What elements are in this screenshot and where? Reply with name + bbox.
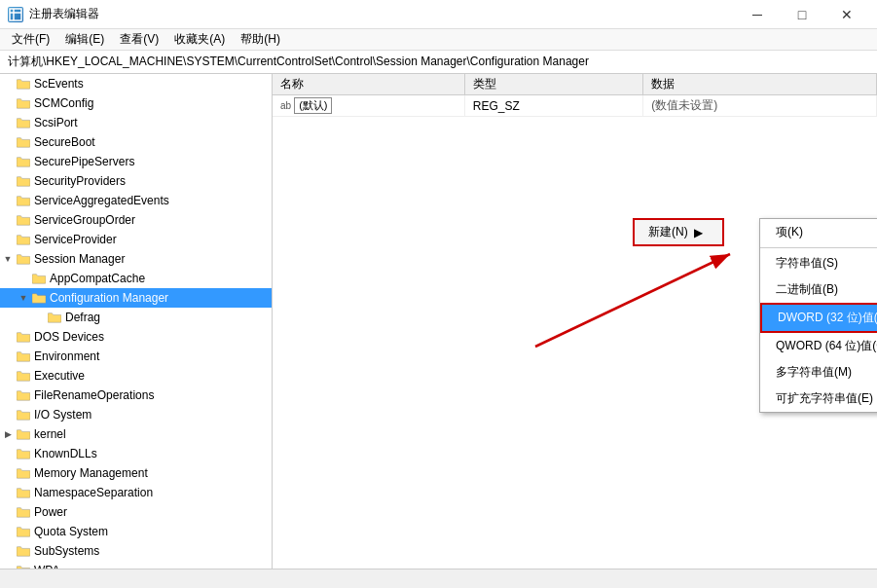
tree-item[interactable]: DOS Devices <box>0 327 272 347</box>
tree-item[interactable]: SecureBoot <box>0 132 272 152</box>
tree-item[interactable]: Quota System <box>0 522 272 541</box>
col-type: 类型 <box>464 74 642 95</box>
tree-expander-icon <box>0 407 16 423</box>
folder-icon <box>16 349 31 364</box>
close-button[interactable]: ✕ <box>824 0 869 29</box>
folder-icon <box>16 154 31 169</box>
menu-item-f[interactable]: 文件(F) <box>4 29 57 50</box>
tree-expander-icon <box>0 563 16 569</box>
folder-icon <box>16 446 31 461</box>
tree-item-label: DOS Devices <box>34 330 104 344</box>
right-panel: 名称 类型 数据 ab(默认)REG_SZ(数值未设置) 新建(N) ▶ 项(K… <box>273 74 877 569</box>
folder-icon <box>16 426 31 442</box>
tree-expander-icon <box>0 329 16 345</box>
address-bar: 计算机\HKEY_LOCAL_MACHINE\SYSTEM\CurrentCon… <box>0 51 877 74</box>
reg-name-cell: ab(默认) <box>273 95 464 117</box>
status-bar <box>0 569 877 588</box>
reg-data-cell: (数值未设置) <box>643 95 877 117</box>
folder-icon <box>16 407 31 423</box>
tree-item-label: NamespaceSeparation <box>34 486 153 499</box>
folder-icon <box>16 504 31 520</box>
menu-item-v[interactable]: 查看(V) <box>112 29 166 50</box>
menu-bar: 文件(F)编辑(E)查看(V)收藏夹(A)帮助(H) <box>0 29 877 51</box>
tree-item-label: ServiceAggregatedEvents <box>34 194 169 207</box>
tree-item[interactable]: Memory Management <box>0 463 272 483</box>
tree-item[interactable]: ▼ Session Manager <box>0 249 272 269</box>
tree-item[interactable]: ServiceAggregatedEvents <box>0 191 272 210</box>
tree-expander-icon <box>0 232 16 247</box>
tree-item[interactable]: NamespaceSeparation <box>0 483 272 502</box>
tree-item-label: kernel <box>34 427 66 441</box>
tree-expander-icon <box>0 154 16 169</box>
tree-item-label: SecureBoot <box>34 135 95 149</box>
folder-icon <box>16 251 31 267</box>
tree-item-label: SecurePipeServers <box>34 155 134 168</box>
tree-item-label: Environment <box>34 349 99 363</box>
tree-item[interactable]: SCMConfig <box>0 93 272 113</box>
tree-expander-icon <box>0 212 16 228</box>
tree-expander-icon <box>0 95 16 111</box>
tree-item-label: Configuration Manager <box>50 291 168 305</box>
tree-item[interactable]: ScEvents <box>0 74 272 93</box>
tree-expander-icon <box>0 485 16 500</box>
tree-expander-icon <box>0 193 16 208</box>
tree-item[interactable]: SecurityProviders <box>0 171 272 191</box>
tree-item-label: Defrag <box>65 311 100 324</box>
tree-item[interactable]: WPA <box>0 561 272 569</box>
tree-expander-icon <box>0 387 16 403</box>
reg-type-cell: REG_SZ <box>464 95 642 117</box>
table-row[interactable]: ab(默认)REG_SZ(数值未设置) <box>273 95 877 117</box>
tree-item-label: Power <box>34 505 67 519</box>
folder-icon <box>16 134 31 150</box>
main-content: ScEvents SCMConfig ScsiPort SecureBoot S… <box>0 74 877 569</box>
menu-item-a[interactable]: 收藏夹(A) <box>166 29 233 50</box>
folder-icon <box>16 193 31 208</box>
window-controls: ─ □ ✕ <box>735 0 869 29</box>
tree-expander-icon: ▼ <box>16 290 31 306</box>
folder-icon <box>16 173 31 189</box>
menu-item-e[interactable]: 编辑(E) <box>57 29 112 50</box>
tree-expander-icon <box>0 446 16 461</box>
tree-expander-icon <box>0 543 16 559</box>
tree-item-label: Executive <box>34 369 85 383</box>
tree-item[interactable]: Executive <box>0 366 272 386</box>
tree-item[interactable]: ServiceProvider <box>0 230 272 249</box>
tree-item[interactable]: Power <box>0 502 272 522</box>
maximize-button[interactable]: □ <box>780 0 824 29</box>
folder-icon <box>16 387 31 403</box>
tree-panel[interactable]: ScEvents SCMConfig ScsiPort SecureBoot S… <box>0 74 273 569</box>
folder-icon <box>16 368 31 384</box>
menu-item-h[interactable]: 帮助(H) <box>233 29 288 50</box>
folder-icon <box>16 329 31 345</box>
minimize-button[interactable]: ─ <box>735 0 780 29</box>
tree-item[interactable]: ServiceGroupOrder <box>0 210 272 230</box>
folder-icon <box>16 212 31 228</box>
tree-expander-icon <box>16 271 31 286</box>
tree-item-label: ScEvents <box>34 77 84 91</box>
tree-item[interactable]: KnownDLLs <box>0 444 272 463</box>
title-bar: 注册表编辑器 ─ □ ✕ <box>0 0 877 29</box>
tree-item-label: ScsiPort <box>34 116 78 129</box>
tree-item[interactable]: ▶ kernel <box>0 424 272 444</box>
tree-item[interactable]: ScsiPort <box>0 113 272 132</box>
address-path: 计算机\HKEY_LOCAL_MACHINE\SYSTEM\CurrentCon… <box>8 54 589 70</box>
tree-item-label: ServiceProvider <box>34 233 117 246</box>
tree-item[interactable]: SubSystems <box>0 541 272 561</box>
tree-expander-icon <box>0 115 16 130</box>
tree-item[interactable]: ▼ Configuration Manager <box>0 288 272 308</box>
folder-icon <box>16 115 31 130</box>
tree-expander-icon <box>0 349 16 364</box>
tree-item[interactable]: AppCompatCache <box>0 269 272 288</box>
tree-item[interactable]: Environment <box>0 347 272 366</box>
tree-expander-icon <box>0 76 16 92</box>
tree-item[interactable]: FileRenameOperations <box>0 386 272 405</box>
tree-expander-icon <box>31 310 47 325</box>
tree-item-label: KnownDLLs <box>34 447 97 460</box>
folder-icon <box>31 290 47 306</box>
folder-icon <box>16 76 31 92</box>
folder-icon <box>47 310 62 325</box>
registry-table: 名称 类型 数据 ab(默认)REG_SZ(数值未设置) <box>273 74 877 569</box>
tree-item[interactable]: I/O System <box>0 405 272 424</box>
tree-item[interactable]: SecurePipeServers <box>0 152 272 171</box>
tree-item[interactable]: Defrag <box>0 308 272 327</box>
